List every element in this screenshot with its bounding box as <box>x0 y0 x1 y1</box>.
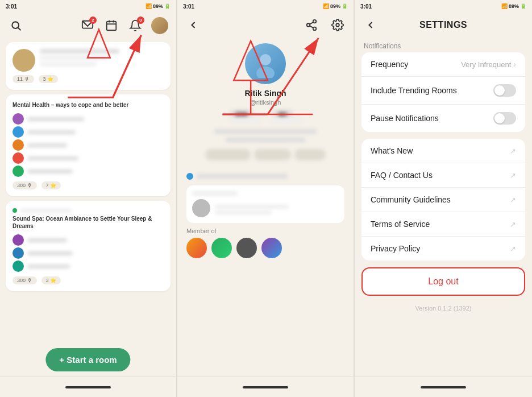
include-trending-label: Include Trending Rooms <box>371 86 457 95</box>
frequency-label: Frequency <box>371 60 408 69</box>
profile-avatar-button[interactable] <box>151 17 168 34</box>
card-stats: 11 🎙 3 ⭐ <box>13 75 164 83</box>
club-avatar[interactable] <box>186 238 207 258</box>
notifications-button[interactable]: 0 <box>127 18 143 34</box>
member-row <box>13 234 164 246</box>
community-guidelines-row[interactable]: Community Guidelines ↗ <box>361 188 525 212</box>
privacy-row[interactable]: Privacy Policy ↗ <box>361 237 525 260</box>
club-avatar[interactable] <box>211 238 232 258</box>
settings-content: Notifications Frequency Very Infrequent … <box>355 38 532 377</box>
notifications-section-label: Notifications <box>361 42 525 50</box>
settings-title: SETTINGS <box>384 20 502 30</box>
pause-notifications-label: Pause Notifications <box>371 114 439 123</box>
status-time-2: 3:01 <box>183 3 194 10</box>
feed-card[interactable]: 11 🎙 3 ⭐ <box>6 42 171 90</box>
profile-bio <box>214 129 317 144</box>
whats-new-label: What's New <box>371 146 413 155</box>
settings-back-button[interactable] <box>363 17 379 33</box>
home-indicator <box>65 386 111 388</box>
whats-new-row[interactable]: What's New ↗ <box>361 139 525 163</box>
card-sub1 <box>40 56 108 60</box>
post-text-1 <box>215 205 289 209</box>
external-link-icon: ↗ <box>510 220 516 229</box>
member-name <box>27 130 76 134</box>
member-name <box>27 156 78 160</box>
feed-card[interactable]: Sound Spa: Ocean Ambiance to Settle Your… <box>6 201 171 291</box>
frequency-row[interactable]: Frequency Very Infrequent › <box>361 52 525 77</box>
terms-label: Terms of Service <box>371 220 430 229</box>
external-link-icon: ↗ <box>510 171 516 180</box>
card-avatar <box>13 49 35 72</box>
logout-button[interactable]: Log out <box>361 267 525 296</box>
stat-pill: 3 ⭐ <box>41 276 61 284</box>
club-avatar[interactable] <box>236 238 257 258</box>
following-label <box>273 118 301 123</box>
member-avatar <box>13 247 24 259</box>
profile-tag <box>294 149 326 160</box>
svg-point-9 <box>313 20 317 23</box>
settings-panel: 3:01 📶 89% 🔋 SETTINGS Notifications Freq… <box>355 0 532 397</box>
card-members <box>13 234 164 272</box>
member-of-label: Member of <box>186 228 344 234</box>
bottom-bar-1 <box>0 377 176 397</box>
card-stats: 300 🎙 7 ⭐ <box>13 181 164 189</box>
profile-tag <box>254 149 291 160</box>
search-button[interactable] <box>8 18 24 34</box>
svg-line-12 <box>310 26 313 28</box>
external-link-icon: ↗ <box>510 196 516 204</box>
card-text <box>40 49 119 66</box>
feed-header-icons: 2 0 <box>80 17 168 34</box>
profile-followers: 200 <box>230 110 261 123</box>
svg-point-15 <box>260 54 271 65</box>
bottom-bar-3 <box>355 377 532 397</box>
faq-row[interactable]: FAQ / Contact Us ↗ <box>361 163 525 188</box>
member-name <box>27 117 84 121</box>
status-icons-1: 📶 89% 🔋 <box>146 3 171 9</box>
back-button[interactable] <box>185 17 201 33</box>
member-avatar <box>13 152 24 164</box>
messages-badge: 2 <box>89 16 97 24</box>
feed-content: 11 🎙 3 ⭐ Mental Health – ways to cope an… <box>0 39 176 377</box>
pause-notifications-row[interactable]: Pause Notifications <box>361 105 525 132</box>
card-members <box>13 113 164 177</box>
calendar-button[interactable] <box>103 18 119 34</box>
community-guidelines-label: Community Guidelines <box>371 195 451 204</box>
member-row <box>13 113 164 125</box>
stat-pill: 7 ⭐ <box>41 181 61 189</box>
pause-notifications-toggle[interactable] <box>493 112 516 125</box>
start-room-button[interactable]: + Start a room <box>45 348 130 371</box>
stat-pill: 300 🎙 <box>13 276 37 284</box>
profile-tag <box>205 149 251 160</box>
messages-button[interactable]: 2 <box>80 18 95 34</box>
bottom-bar-2 <box>177 377 354 397</box>
member-name <box>27 264 70 268</box>
followed-by-text <box>197 174 288 179</box>
settings-button[interactable] <box>330 17 346 33</box>
include-trending-row[interactable]: Include Trending Rooms <box>361 77 525 105</box>
club-avatar[interactable] <box>261 238 282 258</box>
profile-avatar <box>245 43 286 84</box>
profile-content: Ritik Singh @ritiksingh 200 80 <box>177 38 354 377</box>
member-avatar <box>13 260 24 272</box>
member-row <box>13 247 164 259</box>
card-title: Mental Health – ways to cope and be bett… <box>13 101 164 109</box>
member-name <box>27 143 67 147</box>
share-button[interactable] <box>304 17 319 33</box>
home-indicator-2 <box>243 386 288 388</box>
chevron-right-icon: › <box>513 60 516 69</box>
status-icons-2: 📶 89% 🔋 <box>323 3 348 9</box>
svg-line-13 <box>310 22 313 24</box>
terms-row[interactable]: Terms of Service ↗ <box>361 212 525 237</box>
privacy-label: Privacy Policy <box>371 244 420 253</box>
profile-header-icons <box>304 17 346 33</box>
profile-post[interactable] <box>186 185 344 223</box>
status-time-1: 3:01 <box>6 3 17 10</box>
include-trending-toggle[interactable] <box>493 84 516 97</box>
member-row <box>13 152 164 164</box>
feed-card[interactable]: Mental Health – ways to cope and be bett… <box>6 94 171 196</box>
post-avatar <box>192 199 210 217</box>
bio-line-2 <box>226 138 305 142</box>
member-row <box>13 139 164 151</box>
member-name <box>27 169 73 173</box>
followers-count: 200 <box>230 110 253 117</box>
